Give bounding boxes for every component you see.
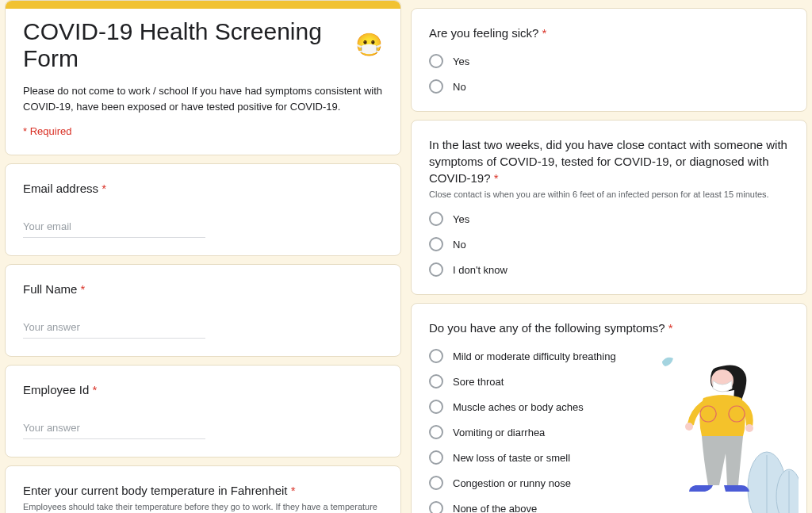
radio-option-label: Mild or moderate difficulty breathing (453, 350, 616, 362)
radio-circle-icon (429, 349, 443, 363)
question-title-text: Enter your current body temperature in F… (23, 484, 288, 497)
text-input[interactable] (23, 316, 205, 339)
radio-option[interactable]: I don't know (429, 262, 789, 277)
radio-option-label: Sore throat (453, 376, 504, 388)
radio-option-label: Vomiting or diarrhea (453, 427, 545, 438)
question-card: Are you feeling sick? *YesNo (411, 8, 807, 112)
text-input[interactable] (23, 417, 205, 439)
radio-option-label: I don't know (453, 264, 508, 276)
header-accent-bar (6, 1, 400, 9)
radio-circle-icon (429, 262, 443, 277)
required-asterisk-icon: * (491, 171, 499, 185)
question-title-text: Email address (23, 182, 98, 195)
question-title-text: In the last two weeks, did you have clos… (429, 138, 787, 185)
radio-circle-icon (429, 400, 443, 414)
header-card: COVID-19 Health Screening Form 😷 Please … (5, 0, 401, 155)
radio-circle-icon (429, 476, 443, 490)
question-help: Employees should take their temperature … (23, 502, 383, 513)
radio-circle-icon (429, 374, 443, 389)
question-title: In the last two weeks, did you have clos… (429, 136, 789, 186)
form-title-text: COVID-19 Health Screening Form (23, 18, 350, 72)
radio-list: YesNoI don't know (429, 212, 789, 277)
required-note: * Required (23, 125, 383, 137)
radio-circle-icon (429, 79, 443, 94)
mask-emoji-icon: 😷 (355, 34, 383, 56)
form-description: Please do not come to work / school If y… (23, 83, 383, 114)
radio-circle-icon (429, 501, 443, 513)
question-card: Enter your current body temperature in F… (5, 465, 401, 513)
required-asterisk-icon: * (288, 484, 296, 497)
question-card: Full Name * (5, 264, 401, 357)
radio-option[interactable]: New loss of taste or smell (429, 450, 789, 465)
radio-option[interactable]: None of the above (429, 501, 789, 513)
radio-list: YesNo (429, 54, 789, 94)
required-asterisk-icon: * (77, 282, 85, 296)
radio-option-label: No (453, 81, 466, 93)
question-title: Email address * (23, 180, 383, 197)
question-title: Full Name * (23, 281, 383, 297)
radio-option[interactable]: No (429, 237, 789, 251)
question-title-text: Do you have any of the following symptom… (429, 321, 665, 335)
radio-option-label: Congestion or runny nose (453, 477, 571, 489)
radio-option-label: Muscle aches or body aches (453, 401, 584, 413)
question-card: Email address * (5, 163, 401, 256)
text-input[interactable] (23, 216, 205, 238)
radio-circle-icon (429, 237, 443, 251)
required-asterisk-icon: * (538, 26, 546, 40)
right-column: Are you feeling sick? *YesNoIn the last … (411, 0, 807, 513)
radio-list: Mild or moderate difficulty breathingSor… (429, 349, 789, 513)
radio-option[interactable]: Mild or moderate difficulty breathing (429, 349, 789, 363)
question-title: Employee Id * (23, 381, 383, 398)
question-help: Close contact is when you are within 6 f… (429, 190, 789, 199)
question-title-text: Are you feeling sick? (429, 26, 538, 40)
radio-option-label: None of the above (453, 503, 537, 514)
left-column: COVID-19 Health Screening Form 😷 Please … (5, 0, 401, 513)
form-title: COVID-19 Health Screening Form 😷 (23, 18, 383, 72)
radio-option-label: New loss of taste or smell (453, 452, 570, 464)
radio-option-label: No (453, 239, 466, 251)
radio-option[interactable]: Yes (429, 54, 789, 68)
radio-circle-icon (429, 450, 443, 465)
radio-circle-icon (429, 425, 443, 439)
radio-circle-icon (429, 212, 443, 226)
radio-option[interactable]: Congestion or runny nose (429, 476, 789, 490)
question-title-text: Employee Id (23, 383, 89, 396)
question-title: Enter your current body temperature in F… (23, 482, 383, 499)
question-title-text: Full Name (23, 282, 77, 296)
radio-option-label: Yes (453, 56, 469, 67)
question-title: Are you feeling sick? * (429, 25, 789, 41)
question-card: In the last two weeks, did you have clos… (411, 120, 807, 295)
radio-option-label: Yes (453, 213, 469, 225)
question-title: Do you have any of the following symptom… (429, 320, 789, 336)
question-card: Do you have any of the following symptom… (411, 303, 807, 513)
required-asterisk-icon: * (98, 182, 106, 195)
required-asterisk-icon: * (665, 321, 673, 335)
radio-option[interactable]: Yes (429, 212, 789, 226)
radio-option[interactable]: Vomiting or diarrhea (429, 425, 789, 439)
radio-option[interactable]: Muscle aches or body aches (429, 400, 789, 414)
radio-option[interactable]: No (429, 79, 789, 94)
question-card: Employee Id * (5, 365, 401, 457)
required-asterisk-icon: * (89, 383, 97, 396)
radio-option[interactable]: Sore throat (429, 374, 789, 389)
radio-circle-icon (429, 54, 443, 68)
